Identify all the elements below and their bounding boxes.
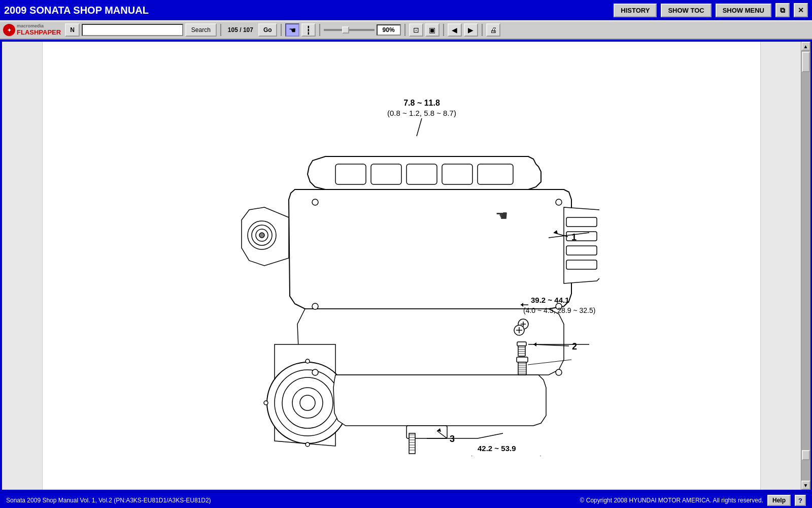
torque3-top: 42.2 ~ 53.9 <box>478 444 516 453</box>
footer: Sonata 2009 Shop Manual Vol. 1, Vol.2 (P… <box>0 492 812 508</box>
app-title: 2009 SONATA SHOP MANUAL <box>4 5 610 16</box>
svg-point-29 <box>312 199 318 205</box>
content-area: text { font-family: Arial, sans-serif; }… <box>43 42 760 490</box>
label3: 3 <box>450 434 455 444</box>
engine-svg: text { font-family: Arial, sans-serif; }… <box>204 75 599 456</box>
svg-point-25 <box>306 442 310 447</box>
n-button[interactable]: N <box>65 23 80 37</box>
svg-rect-4 <box>442 164 472 184</box>
svg-point-24 <box>306 359 310 363</box>
separator-2 <box>281 24 282 36</box>
total-pages: 107 <box>243 26 253 34</box>
svg-line-38 <box>478 433 503 438</box>
svg-rect-66 <box>518 362 526 375</box>
go-button[interactable]: Go <box>258 23 277 37</box>
separator-5 <box>443 24 444 36</box>
scroll-thumb[interactable] <box>802 52 810 72</box>
title-bar: 2009 SONATA SHOP MANUAL HISTORY SHOW TOC… <box>0 0 812 20</box>
fit-width-button[interactable]: ⊡ <box>409 23 423 37</box>
svg-point-31 <box>312 303 318 309</box>
scroll-down-button[interactable]: ▼ <box>801 481 810 490</box>
svg-point-14 <box>259 233 264 238</box>
engine-body <box>242 156 599 454</box>
main-area: text { font-family: Arial, sans-serif; }… <box>0 40 812 492</box>
footer-copyright: © Copyright 2008 HYUNDAI MOTOR AMERICA. … <box>580 497 763 504</box>
svg-point-26 <box>264 401 268 405</box>
svg-point-33 <box>312 369 318 375</box>
svg-rect-3 <box>407 164 437 184</box>
paper-text: FLASHPAPER <box>17 29 61 36</box>
engine-diagram: text { font-family: Arial, sans-serif; }… <box>204 75 599 456</box>
torque2-top: 39.2 ~ 44.1 <box>531 296 569 304</box>
torque1-sub: (0.8 ~ 1.2, 5.8 ~ 8.7) <box>387 109 456 117</box>
vertical-scrollbar[interactable]: ▲ ▼ <box>801 42 810 490</box>
separator-1 <box>220 24 221 36</box>
svg-line-0 <box>417 118 422 136</box>
show-menu-button[interactable]: SHOW MENU <box>716 4 771 17</box>
svg-rect-48 <box>409 433 415 454</box>
next-page-button[interactable]: ▶ <box>464 23 478 37</box>
restore-window-button[interactable]: ⧉ <box>775 3 790 17</box>
search-input[interactable] <box>82 24 183 36</box>
svg-point-30 <box>556 199 562 205</box>
page-display: 105 / 107 <box>225 26 256 34</box>
separator-6 <box>482 24 483 36</box>
svg-rect-1 <box>335 164 366 184</box>
flashpaper-text: macromedia FLASHPAPER <box>17 24 61 36</box>
label1: 1 <box>571 232 577 242</box>
svg-rect-2 <box>371 164 401 184</box>
print-button[interactable]: 🖨 <box>486 23 500 37</box>
torque1-top: 7.8 ~ 11.8 <box>403 99 440 107</box>
scroll-up-button[interactable]: ▲ <box>801 42 810 51</box>
torque2-sub: (4.0 ~ 4.5, 28.9 ~ 32.5) <box>523 306 595 314</box>
separator-3 <box>319 24 320 36</box>
svg-rect-5 <box>478 164 513 184</box>
left-margin <box>2 42 43 490</box>
torque3-sub: (4.3 ~ 5.5, 31.1 ~ 39.8) <box>470 455 542 456</box>
svg-rect-65 <box>517 357 528 362</box>
fit-page-button[interactable]: ▣ <box>425 23 439 37</box>
toolbar: ✦ macromedia FLASHPAPER N Search 105 / 1… <box>0 20 812 40</box>
label2: 2 <box>572 341 577 352</box>
scroll-track[interactable] <box>801 51 810 481</box>
svg-rect-15 <box>566 217 597 227</box>
svg-rect-18 <box>566 260 597 269</box>
svg-rect-42 <box>517 342 526 346</box>
separator-4 <box>404 24 405 36</box>
svg-rect-17 <box>566 246 597 255</box>
close-window-button[interactable]: ✕ <box>794 3 808 17</box>
help-button[interactable]: Help <box>767 495 791 506</box>
scroll-thumb-bottom[interactable] <box>802 450 810 460</box>
cursor-hand-icon: ☚ <box>495 207 508 224</box>
bolt2 <box>517 357 528 375</box>
flashpaper-logo: ✦ macromedia FLASHPAPER <box>3 24 61 36</box>
zoom-slider[interactable] <box>324 29 375 31</box>
svg-point-23 <box>300 395 315 410</box>
cursor-tool-button[interactable]: ┇ <box>301 23 316 37</box>
footer-left-text: Sonata 2009 Shop Manual Vol. 1, Vol.2 (P… <box>6 497 211 504</box>
svg-point-34 <box>556 369 562 375</box>
flashpaper-icon: ✦ <box>3 24 15 36</box>
history-button[interactable]: HISTORY <box>614 4 657 17</box>
hand-tool-button[interactable]: ☚ <box>285 23 299 37</box>
question-button[interactable]: ? <box>795 495 806 506</box>
prev-page-button[interactable]: ◀ <box>448 23 462 37</box>
zoom-display: 90% <box>377 24 401 36</box>
right-margin <box>760 42 801 490</box>
current-page: 105 <box>228 26 238 34</box>
footer-right: © Copyright 2008 HYUNDAI MOTOR AMERICA. … <box>580 495 806 506</box>
show-toc-button[interactable]: SHOW TOC <box>661 4 711 17</box>
search-button[interactable]: Search <box>185 23 217 37</box>
page-sep: / <box>240 26 243 34</box>
svg-rect-16 <box>566 232 597 241</box>
